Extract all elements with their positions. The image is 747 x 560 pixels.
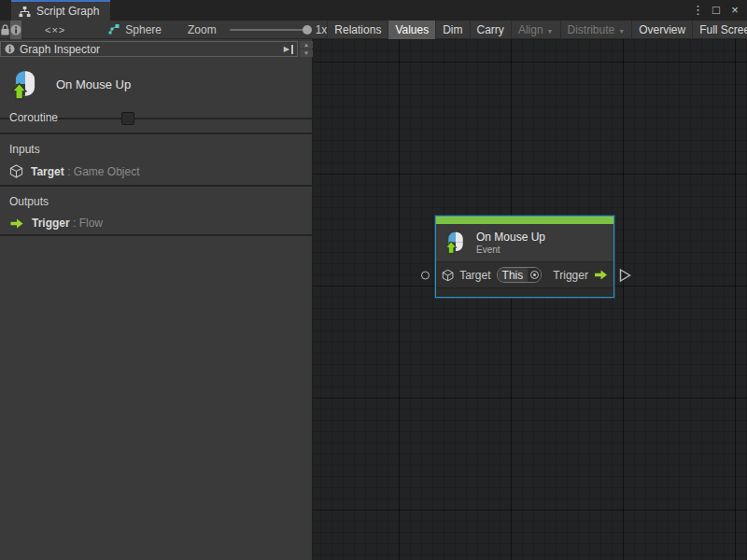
graph-toolbar: <×> Sphere Zoom 1x Relations Values Dim … (0, 21, 747, 39)
graph-asset-icon (107, 23, 120, 35)
target-value: This (498, 268, 529, 282)
dock-panel-icon[interactable]: ▶ (284, 45, 293, 54)
object-picker-icon (530, 271, 539, 279)
graph-owner-label: Sphere (125, 23, 162, 36)
node-port-row: Target This Trigger (436, 261, 613, 287)
input-port-type: : Game Object (67, 165, 139, 178)
code-icon: <×> (45, 24, 65, 35)
graph-inspector-header: Graph Inspector ▶ ▲ ▼ (0, 41, 313, 57)
values-button[interactable]: Values (388, 21, 435, 39)
flow-arrow-icon (9, 217, 24, 230)
control-input-port[interactable] (421, 271, 430, 279)
coroutine-row: Coroutine (0, 103, 313, 134)
node-footer (436, 287, 613, 297)
coroutine-label: Coroutine (9, 111, 58, 124)
carry-button[interactable]: Carry (470, 21, 511, 39)
align-dropdown[interactable]: Align ▼ (511, 21, 560, 39)
node-title: On Mouse Up (476, 231, 545, 245)
unit-title: On Mouse Up (56, 77, 131, 91)
output-port-name: Trigger (32, 217, 70, 230)
output-port-row: Trigger : Flow (9, 217, 303, 230)
distribute-dropdown[interactable]: Distribute ▼ (560, 21, 632, 39)
zoom-value: 1x (316, 23, 328, 36)
zoom-label: Zoom (188, 23, 217, 36)
dim-button[interactable]: Dim (435, 21, 469, 39)
maximize-icon[interactable]: □ (710, 4, 723, 17)
window-controls: ⋮ □ × (691, 0, 747, 21)
coroutine-checkbox[interactable] (121, 112, 134, 125)
outputs-section: Outputs Trigger : Flow (0, 187, 313, 236)
output-port-type: : Flow (73, 217, 103, 230)
inputs-heading: Inputs (9, 143, 303, 156)
flow-arrow-icon (594, 269, 608, 281)
close-icon[interactable]: × (728, 4, 741, 17)
inputs-section: Inputs Target : Game Object (0, 134, 313, 187)
tab-bar: Script Graph ⋮ □ × (0, 0, 747, 21)
on-mouse-up-icon (444, 231, 468, 255)
input-port-row: Target : Game Object (9, 164, 303, 178)
relations-button[interactable]: Relations (327, 21, 388, 39)
toolbar-right-group: Relations Values Dim Carry Align ▼ Distr… (327, 21, 747, 38)
outputs-heading: Outputs (9, 195, 303, 208)
kebab-menu-icon[interactable]: ⋮ (691, 4, 704, 17)
inspector-toggle-button[interactable] (10, 21, 21, 39)
game-object-cube-icon (9, 164, 23, 178)
zoom-slider[interactable] (230, 29, 310, 31)
chevron-down-icon: ▼ (547, 28, 554, 35)
input-port-name: Target (31, 165, 64, 178)
node-header[interactable]: On Mouse Up Event (436, 224, 613, 261)
node-subtitle: Event (476, 245, 545, 256)
info-icon (5, 44, 15, 54)
node-event-colorbar (436, 217, 613, 224)
on-mouse-up-node[interactable]: On Mouse Up Event Target This (435, 216, 614, 298)
overview-button[interactable]: Overview (631, 21, 692, 39)
graph-owner-reference[interactable]: Sphere (107, 21, 162, 38)
scroll-up-icon[interactable]: ▲ (300, 41, 313, 49)
script-graph-icon (19, 6, 31, 18)
game-object-cube-icon (442, 269, 454, 282)
tab-script-graph[interactable]: Script Graph (11, 0, 110, 21)
flow-output-port[interactable] (619, 268, 631, 282)
info-icon (10, 24, 21, 35)
scroll-down-icon[interactable]: ▼ (300, 49, 313, 57)
script-graph-window: Script Graph ⋮ □ × <×> (0, 0, 747, 560)
target-port-label: Target (459, 269, 490, 282)
fullscreen-button[interactable]: Full Screen (692, 21, 747, 39)
zoom-slider-handle[interactable] (303, 25, 312, 35)
code-preview-button[interactable]: <×> (38, 21, 72, 39)
graph-inspector-title: Graph Inspector (20, 43, 279, 56)
target-value-chooser[interactable]: This (497, 267, 543, 283)
on-mouse-up-icon (9, 69, 41, 101)
panel-scroll-spinner: ▲ ▼ (300, 41, 313, 57)
zoom-control: Zoom 1x (188, 21, 327, 38)
graph-canvas[interactable]: On Mouse Up Event Target This (313, 39, 747, 560)
object-picker-button[interactable] (528, 268, 541, 282)
lock-button[interactable] (0, 21, 10, 39)
chevron-down-icon: ▼ (618, 28, 625, 35)
lock-icon (0, 24, 10, 35)
graph-inspector-panel: Graph Inspector ▶ ▲ ▼ On Mouse Up Corout… (0, 39, 313, 560)
trigger-port-label: Trigger (553, 269, 588, 282)
tab-label: Script Graph (36, 5, 99, 18)
